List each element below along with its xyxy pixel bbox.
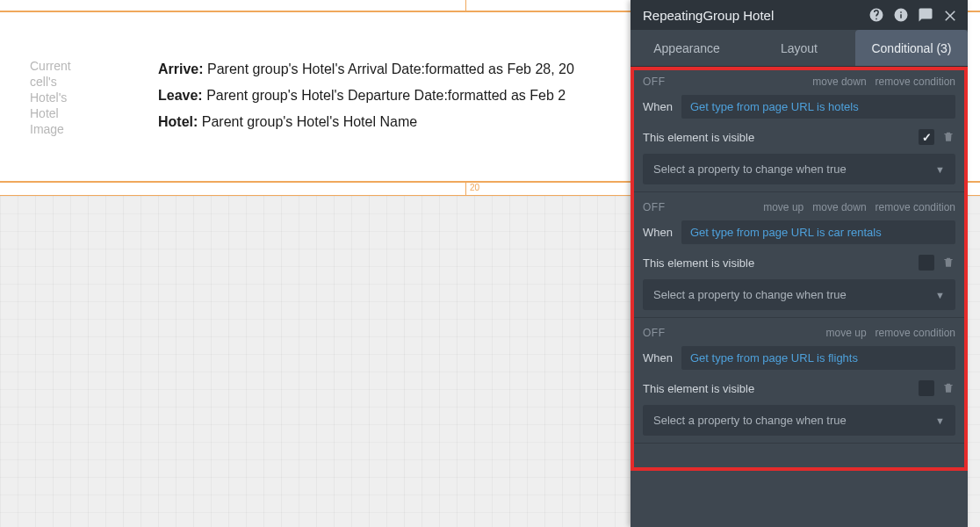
when-expression-input[interactable]: Get type from page URL is car rentals xyxy=(681,220,955,244)
visible-property-label: This element is visible xyxy=(643,256,919,270)
move-up-link[interactable]: move up xyxy=(826,327,867,339)
tab-conditional[interactable]: Conditional (3) xyxy=(855,30,968,66)
chevron-down-icon: ▼ xyxy=(935,164,945,175)
visible-checkbox[interactable] xyxy=(919,255,934,271)
add-property-dropdown[interactable]: Select a property to change when true ▼ xyxy=(643,154,955,184)
ruler-label-mid: 20 xyxy=(470,183,479,192)
when-label: When xyxy=(643,226,673,239)
add-property-dropdown[interactable]: Select a property to change when true ▼ xyxy=(643,279,955,310)
move-up-link[interactable]: move up xyxy=(763,201,803,213)
comment-icon[interactable] xyxy=(917,6,934,24)
property-editor-panel: RepeatingGroup Hotel Appearance Layout C… xyxy=(631,0,968,527)
dropdown-placeholder: Select a property to change when true xyxy=(653,162,935,176)
text-row-value: Parent group's Hotel's Departure Date:fo… xyxy=(206,88,566,103)
tab-layout[interactable]: Layout xyxy=(743,30,855,66)
ruler-tick-top xyxy=(465,0,466,11)
when-expression-input[interactable]: Get type from page URL is flights xyxy=(681,346,955,370)
condition-status[interactable]: OFF xyxy=(643,327,666,339)
condition-block: OFF move up move down remove condition W… xyxy=(631,192,968,318)
dropdown-placeholder: Select a property to change when true xyxy=(653,414,935,427)
dropdown-placeholder: Select a property to change when true xyxy=(653,288,935,301)
tab-appearance[interactable]: Appearance xyxy=(631,30,743,66)
visible-checkbox[interactable] xyxy=(919,380,934,396)
delete-property-icon[interactable] xyxy=(941,381,955,395)
remove-condition-link[interactable]: remove condition xyxy=(876,201,955,213)
chevron-down-icon: ▼ xyxy=(935,415,945,426)
delete-property-icon[interactable] xyxy=(941,130,955,144)
condition-block: OFF move up remove condition When Get ty… xyxy=(631,318,968,444)
visible-checkbox[interactable] xyxy=(919,129,934,145)
condition-block: OFF move down remove condition When Get … xyxy=(631,67,968,192)
delete-property-icon[interactable] xyxy=(941,256,955,270)
panel-tabs: Appearance Layout Conditional (3) xyxy=(631,30,968,67)
condition-status[interactable]: OFF xyxy=(643,76,666,88)
add-property-dropdown[interactable]: Select a property to change when true ▼ xyxy=(643,405,955,436)
text-row-label: Leave: xyxy=(158,88,203,103)
remove-condition-link[interactable]: remove condition xyxy=(876,327,955,339)
when-label: When xyxy=(643,100,673,113)
panel-header[interactable]: RepeatingGroup Hotel xyxy=(631,0,968,30)
move-down-link[interactable]: move down xyxy=(812,201,866,213)
ruler-tick-mid xyxy=(465,181,466,195)
text-row-label: Arrive: xyxy=(158,61,204,76)
text-row-value: Parent group's Hotel's Hotel Name xyxy=(202,114,417,129)
info-icon[interactable] xyxy=(892,6,910,24)
panel-title: RepeatingGroup Hotel xyxy=(643,8,774,23)
text-row-label: Hotel: xyxy=(158,114,198,129)
visible-property-label: This element is visible xyxy=(643,131,919,144)
help-icon[interactable] xyxy=(868,6,885,24)
visible-property-label: This element is visible xyxy=(643,382,919,395)
close-icon[interactable] xyxy=(941,6,959,24)
when-label: When xyxy=(643,351,673,365)
chevron-down-icon: ▼ xyxy=(935,290,945,300)
image-placeholder[interactable]: Current cell's Hotel's Hotel Image xyxy=(30,58,90,137)
conditions-list[interactable]: OFF move down remove condition When Get … xyxy=(631,67,968,527)
move-down-link[interactable]: move down xyxy=(812,76,866,88)
condition-status[interactable]: OFF xyxy=(643,201,666,213)
when-expression-input[interactable]: Get type from page URL is hotels xyxy=(681,95,955,119)
remove-condition-link[interactable]: remove condition xyxy=(876,76,955,88)
text-row-value: Parent group's Hotel's Arrival Date:form… xyxy=(207,61,574,76)
